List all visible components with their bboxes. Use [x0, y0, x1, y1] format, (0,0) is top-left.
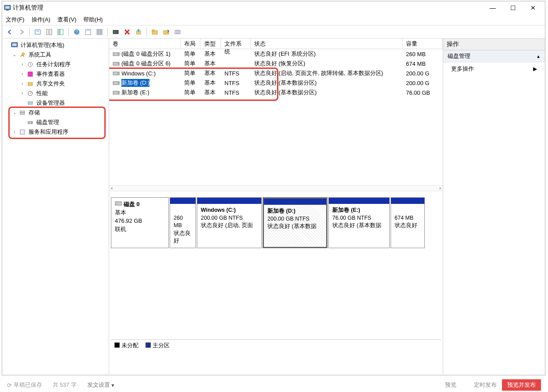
svg-rect-42 [117, 53, 118, 54]
horizontal-scrollbar[interactable] [109, 185, 443, 191]
footer-preview[interactable]: 预览 [445, 381, 456, 389]
back-button[interactable] [5, 27, 15, 37]
menu-help[interactable]: 帮助(H) [83, 16, 103, 24]
help-button[interactable]: ? [71, 27, 82, 37]
storage-icon [19, 109, 26, 116]
volume-icon [113, 80, 120, 86]
tiles-view-button[interactable] [94, 27, 105, 37]
new-folder-button[interactable] [149, 27, 160, 37]
open-folder-button[interactable] [161, 27, 171, 37]
svg-rect-32 [28, 72, 32, 76]
svg-rect-29 [12, 43, 17, 46]
tree-services[interactable]: › 服务和应用程序 [12, 127, 109, 137]
svg-point-19 [114, 32, 115, 32]
actions-more[interactable]: 更多操作 ▶ [443, 62, 545, 75]
close-button[interactable]: ✕ [523, 1, 543, 14]
col-fs[interactable]: 文件系统 [221, 39, 251, 49]
volume-row[interactable]: Windows (C:)简单基本NTFS状态良好 (启动, 页面文件, 故障转储… [109, 68, 443, 78]
svg-rect-22 [152, 30, 154, 31]
col-volume[interactable]: 卷 [109, 39, 181, 49]
disk-info-panel[interactable]: 磁盘 0 基本 476.92 GB 联机 [111, 197, 169, 248]
svg-point-39 [31, 122, 32, 123]
col-type[interactable]: 类型 [201, 39, 221, 49]
footer-saved: 草稿已保存 [14, 381, 42, 389]
footer-count: 共 537 字 [53, 381, 77, 389]
svg-rect-8 [58, 29, 60, 35]
details-view-button[interactable] [83, 27, 93, 37]
tree-disk-management[interactable]: ›磁盘管理 [20, 118, 109, 127]
footer-schedule[interactable]: 定时发布 [474, 381, 497, 389]
app-icon [4, 4, 11, 11]
svg-rect-40 [20, 130, 25, 134]
svg-rect-44 [117, 63, 118, 64]
tree-system-tools[interactable]: ⌄ 系统工具 [12, 50, 109, 60]
menu-action[interactable]: 操作(A) [32, 16, 50, 24]
show-hide-tree-button[interactable] [55, 27, 66, 37]
volume-row[interactable]: (磁盘 0 磁盘分区 6)简单基本状态良好 (恢复分区)674 MB [109, 59, 443, 68]
partition-block[interactable]: Windows (C:)200.00 GB NTFS状态良好 (启动, 页面 [197, 197, 262, 248]
collapse-icon: ▲ [536, 54, 541, 59]
volume-icon [113, 51, 120, 57]
svg-rect-18 [113, 30, 118, 34]
navigation-tree[interactable]: ▾ 计算机管理(本地) ⌄ 系统工具 [2, 40, 109, 137]
tree-shared-folders[interactable]: ›共享文件夹 [20, 79, 109, 89]
export-button[interactable] [133, 27, 144, 37]
svg-text:?: ? [75, 30, 78, 35]
partition-block[interactable]: 新加卷 (D:)200.00 GB NTFS状态良好 (基本数据 [263, 197, 327, 248]
actions-section-disk-mgmt[interactable]: 磁盘管理 ▲ [443, 50, 545, 62]
tree-storage[interactable]: ⌄ 存储 [12, 108, 109, 118]
volume-icon [113, 61, 120, 66]
clock-icon [27, 61, 34, 68]
tree-event-viewer[interactable]: ›事件查看器 [20, 69, 109, 79]
volume-row[interactable]: (磁盘 0 磁盘分区 1)简单基本状态良好 (EFI 系统分区)260 MB [109, 49, 443, 59]
svg-rect-15 [100, 29, 102, 32]
chevron-right-icon: ▶ [533, 66, 537, 72]
tools-icon [19, 51, 26, 58]
window-title: 计算机管理 [13, 4, 43, 12]
disk-icon [115, 200, 122, 206]
tree-device-manager[interactable]: ›设备管理器 [20, 98, 109, 108]
col-layout[interactable]: 布局 [181, 39, 201, 49]
svg-rect-37 [20, 113, 25, 114]
footer-setting[interactable]: 发文设置 [87, 381, 110, 389]
volume-icon [113, 71, 120, 76]
legend-unallocated: 未分配 [121, 342, 139, 349]
tree-root[interactable]: ▾ 计算机管理(本地) [4, 40, 109, 50]
disk-type: 基本 [115, 209, 126, 216]
svg-rect-51 [115, 202, 121, 205]
volume-row[interactable]: 新加卷 (D:)简单基本NTFS状态良好 (基本数据分区)200.00 G [109, 78, 443, 88]
svg-point-30 [22, 53, 25, 55]
maximize-button[interactable]: ☐ [503, 1, 523, 14]
tree-task-scheduler[interactable]: ›任务计划程序 [20, 60, 109, 69]
forward-button[interactable] [16, 27, 27, 37]
svg-rect-14 [97, 29, 99, 32]
svg-rect-23 [164, 31, 169, 34]
volume-list-header[interactable]: 卷 布局 类型 文件系统 状态 容量 [109, 39, 443, 49]
partition-block[interactable]: 674 MB状态良好 [391, 197, 425, 248]
footer-publish[interactable]: 预览并发布 [502, 379, 541, 391]
col-capacity[interactable]: 容量 [402, 39, 443, 49]
refresh-button[interactable] [110, 27, 121, 37]
properties-button[interactable] [44, 27, 54, 37]
delete-button[interactable] [122, 27, 132, 37]
partition-block[interactable]: 260 MB状态良好 [170, 197, 196, 248]
svg-rect-13 [85, 29, 91, 31]
menu-view[interactable]: 查看(V) [57, 16, 76, 24]
settings-button[interactable] [172, 27, 183, 37]
partition-block[interactable]: 新加卷 (E:)76.00 GB NTFS状态良好 (基本数据 [328, 197, 390, 248]
volume-row[interactable]: 新加卷 (E:)简单基本NTFS状态良好 (基本数据分区)76.00 GB [109, 88, 443, 97]
svg-rect-46 [117, 73, 118, 74]
svg-rect-35 [28, 102, 32, 104]
col-status[interactable]: 状态 [251, 39, 402, 49]
performance-icon [27, 90, 34, 97]
svg-rect-16 [97, 32, 99, 35]
svg-rect-48 [117, 82, 118, 83]
device-icon [27, 100, 34, 107]
minimize-button[interactable]: — [483, 1, 503, 14]
event-icon [27, 71, 34, 78]
legend-primary: 主分区 [153, 342, 170, 349]
menu-file[interactable]: 文件(F) [6, 16, 25, 24]
disk-icon [27, 119, 34, 126]
tree-performance[interactable]: ›性能 [20, 89, 109, 98]
up-button[interactable] [32, 27, 43, 37]
